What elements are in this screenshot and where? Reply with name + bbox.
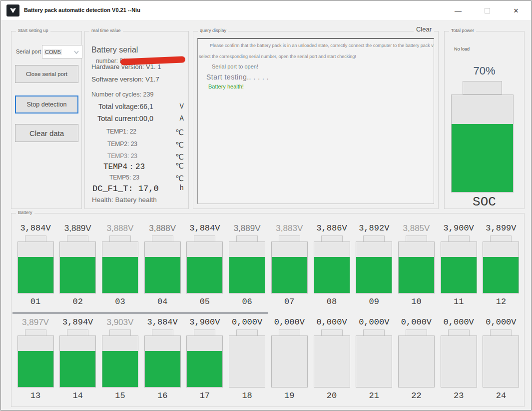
query-panel: query display Clear Please confirm that … [193, 31, 439, 209]
battery-cell: 0,000V 20 [313, 318, 351, 400]
battery-cell: 0,000V 21 [355, 318, 393, 400]
battery-cell: 3,886V 08 [313, 224, 351, 306]
cell-fill [102, 257, 138, 293]
dc-f1-t-unit: h [180, 184, 184, 192]
cell-number: 08 [327, 297, 337, 306]
cell-gauge [398, 336, 435, 388]
cell-cap-icon [406, 330, 427, 336]
stop-detection-button[interactable]: Stop detection [15, 96, 78, 114]
cell-voltage: 3,892V [359, 224, 389, 236]
query-log[interactable]: Please confirm that the battery pack is … [197, 38, 434, 204]
cell-voltage: 3,897V [22, 318, 49, 330]
battery-cell: 3,892V 09 [355, 224, 393, 306]
battery-cell: 3,888V 03 [101, 224, 139, 306]
hardware-version: Hardware version: V1. 1 [91, 63, 161, 70]
cell-number: 10 [411, 297, 421, 306]
cell-gauge [144, 242, 181, 294]
title-bar: Battery pack automatic detection V0.21 -… [1, 1, 531, 20]
cell-gauge [271, 242, 308, 294]
cell-gauge [144, 336, 181, 388]
cell-number: 15 [115, 391, 125, 400]
battery-grid-legend: Battery [16, 210, 34, 215]
battery-cell: 3,897V 13 [16, 318, 54, 400]
total-voltage-unit: V [180, 102, 184, 110]
cell-gauge [17, 336, 54, 388]
window-title: Battery pack automatic detection V0.21 -… [24, 7, 140, 13]
soc-battery-fill [452, 124, 513, 192]
cell-gauge [186, 336, 223, 388]
cell-cap-icon [109, 330, 131, 336]
close-serial-port-button[interactable]: Close serial port [15, 65, 78, 83]
battery-cell: 0,000V 24 [482, 318, 520, 400]
battery-cell: 0,000V 18 [228, 318, 266, 400]
battery-cell: 3,899V 12 [482, 224, 520, 306]
battery-serial-title: Battery serial [91, 46, 138, 54]
cell-fill [18, 351, 53, 387]
cell-gauge [314, 242, 350, 294]
cell-cap-icon [363, 330, 385, 336]
total-current: Total current:00,0 [97, 114, 153, 122]
soc-battery-cap [463, 81, 502, 94]
battery-cell: 0,000V 23 [440, 318, 478, 400]
cell-number: 02 [73, 297, 83, 306]
cell-cap-icon [194, 330, 215, 336]
log-message: Serial port to open! [212, 64, 434, 70]
cell-number: 20 [327, 391, 337, 400]
query-panel-legend: query display [198, 28, 228, 33]
cell-voltage: 3,884V [147, 318, 178, 330]
cell-cap-icon [67, 330, 88, 336]
cell-number: 14 [73, 391, 83, 400]
cell-fill [102, 351, 138, 387]
log-message: select the corresponding serial number, … [199, 54, 434, 59]
cell-fill [187, 257, 222, 293]
minimize-button[interactable]: — [447, 1, 470, 20]
cell-voltage: 3,900V [189, 318, 220, 330]
cell-fill [356, 257, 392, 293]
cell-cap-icon [67, 236, 88, 242]
battery-cell: 3,884V 16 [143, 318, 181, 400]
cell-cap-icon [109, 236, 131, 242]
cell-voltage: 0,000V [232, 318, 262, 330]
battery-grid-panel: Battery 3,884V 01 3,889V 02 3,888V 03 3,… [11, 213, 525, 407]
cell-cap-icon [152, 236, 173, 242]
temp2: TEMP2: 23 [107, 140, 137, 148]
cell-number: 12 [496, 297, 506, 306]
maximize-button[interactable] [476, 1, 499, 20]
cell-voltage: 0,000V [274, 318, 305, 330]
load-status: No load [454, 46, 470, 52]
cell-voltage: 3,894V [62, 318, 93, 330]
temp3: TEMP3: 23 [107, 152, 137, 160]
app-logo-icon [6, 4, 19, 16]
serial-port-select[interactable]: COM5 [42, 45, 82, 58]
battery-cell: 3,888V 04 [143, 224, 181, 306]
maximize-icon [485, 8, 490, 14]
cell-number: 17 [200, 391, 210, 400]
cell-gauge [17, 242, 54, 294]
close-button[interactable]: ✕ [505, 1, 528, 20]
power-panel-legend: Total power [449, 28, 476, 33]
temp5-unit: ℃ [175, 174, 184, 184]
cell-voltage: 3,888V [106, 224, 133, 236]
log-message: Start testing.. . . . . [206, 73, 434, 81]
cell-gauge [441, 242, 477, 294]
cell-voltage: 3,889V [64, 224, 91, 236]
cell-voltage: 0,000V [316, 318, 347, 330]
cell-number: 03 [115, 297, 125, 306]
battery-cell: 3,884V 01 [16, 224, 54, 306]
clear-data-button[interactable]: Clear data [15, 124, 78, 142]
cell-cap-icon [490, 236, 512, 242]
cell-gauge [102, 336, 138, 388]
serial-port-label: Serial port [16, 48, 41, 54]
cell-voltage: 3,884V [20, 224, 50, 236]
cell-fill [18, 257, 53, 293]
temp4: TEMP4：23 [103, 162, 145, 172]
cell-number: 05 [200, 297, 210, 306]
battery-cell: 3,903V 15 [101, 318, 139, 400]
cell-fill [399, 257, 434, 293]
cell-cap-icon [490, 330, 512, 336]
clear-log-button[interactable]: Clear [414, 26, 434, 33]
cell-gauge [441, 336, 477, 388]
temp5: TEMP5: 23 [109, 174, 139, 181]
cell-gauge [356, 242, 392, 294]
cell-number: 13 [30, 391, 40, 400]
